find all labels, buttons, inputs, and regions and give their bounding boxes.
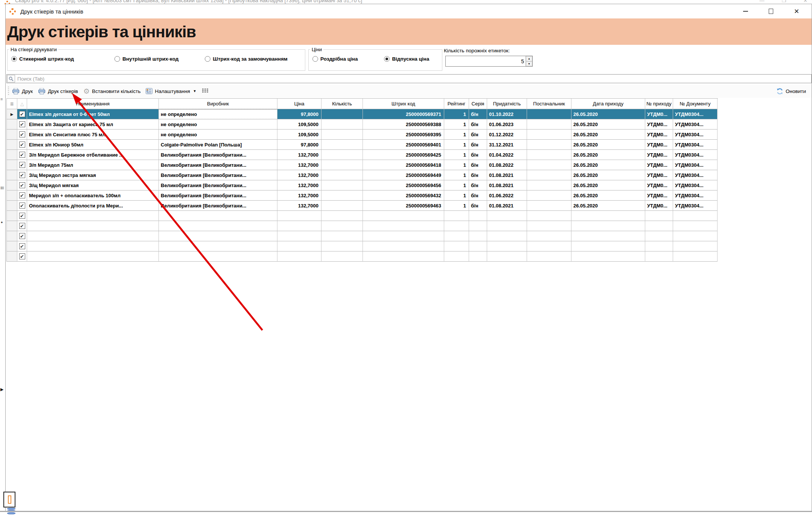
row-checkbox[interactable]: ✔ [19, 192, 25, 198]
table-empty-row[interactable]: ✔ [7, 211, 718, 221]
refresh-button[interactable]: Оновити [774, 86, 809, 96]
row-checkbox[interactable]: ✔ [19, 253, 25, 259]
column-header-rating[interactable]: Рейтинг [444, 99, 469, 109]
radio-internal-barcode[interactable]: Внутрішній штрих-код [114, 56, 178, 62]
table-row[interactable]: ✔З/щ Меридол мягкаяВеликобритания [Велик… [7, 180, 718, 190]
background-window-divider [0, 511, 812, 512]
cell-barcode: 2500000569418 [363, 160, 444, 170]
table-empty-row[interactable]: ✔ [7, 221, 718, 231]
table-empty-row[interactable]: ✔ [7, 231, 718, 241]
cell-supplier [527, 170, 571, 180]
column-header-doc_no[interactable]: № Документу [673, 99, 718, 109]
table-row[interactable]: ✔З/п Меридол 75млВеликобритания [Великоб… [7, 160, 718, 170]
radio-label: Внутрішній штрих-код [122, 56, 178, 62]
radio-default-barcode[interactable]: Штрих-код за замовчуванням [205, 56, 288, 62]
close-button[interactable]: ✕ [784, 5, 809, 18]
empty-labels-spinner[interactable]: 5 ▲ ▼ [445, 56, 533, 67]
table-row[interactable]: ✔Ополаскиватель д/полости рта Мери...Вел… [7, 201, 718, 211]
column-header-barcode[interactable]: Штрих код [363, 99, 444, 109]
cell-series: б/н [469, 119, 487, 130]
cell-expiry: 01.10.2022 [487, 109, 527, 119]
row-checkbox[interactable]: ✔ [19, 172, 25, 178]
cell-manufacturer: Великобритания [Великобритани... [159, 150, 277, 160]
minimize-button[interactable] [733, 5, 758, 18]
radio-retail-price[interactable]: Роздрібна ціна [312, 56, 358, 62]
search-placeholder: Поиск (Tab) [17, 76, 44, 82]
printer-icon [12, 88, 20, 94]
column-header-name[interactable]: Наименування [27, 99, 159, 109]
dock-grip-icon[interactable]: ≣ [0, 186, 5, 190]
row-checkbox[interactable]: ✔ [19, 162, 25, 168]
settings-button-label: Налаштування [155, 88, 190, 94]
row-checkbox[interactable]: ✔ [19, 213, 25, 219]
empty-labels-caption: Кількість порожніх етикеток: [444, 48, 510, 53]
table-empty-row[interactable]: ✔ [7, 251, 718, 262]
row-checkbox[interactable]: ✔ [19, 203, 25, 209]
cell-check: ✔ [17, 170, 27, 180]
table-row[interactable]: ✔Elmex з/п Защита от кариеса 75 млне опр… [7, 119, 718, 130]
columns-button[interactable] [199, 87, 211, 96]
table-empty-row[interactable]: ✔ [7, 241, 718, 251]
cell-barcode: 2500000569432 [363, 190, 444, 201]
column-header-price[interactable]: Ціна [277, 99, 321, 109]
maximize-button[interactable] [758, 5, 784, 18]
cell-name: З/щ Меридол экстра мягкая [27, 170, 159, 180]
spin-down-button[interactable]: ▼ [526, 61, 532, 67]
search-bar[interactable]: Поиск (Tab) [6, 74, 812, 83]
cell-rating [444, 251, 469, 262]
table-row[interactable]: ✔Elmex з/п Сенситив плюс 75 млне определ… [7, 130, 718, 140]
cell-price: 132,7000 [277, 150, 321, 160]
dock-expand-icon[interactable]: ▶ [0, 387, 3, 392]
grid-grip-icon: ≣ [10, 101, 14, 107]
column-header-supplier[interactable]: Постачальник [527, 99, 571, 109]
cell-barcode: 2500000569456 [363, 180, 444, 190]
column-header-indicator[interactable]: ≣ [7, 99, 17, 109]
column-header-series[interactable]: Серія [469, 99, 487, 109]
row-checkbox[interactable]: ✔ [19, 152, 25, 158]
toolbar: Друк Друк стікерів ⚙ Встановити кількіст… [6, 84, 812, 98]
row-checkbox[interactable]: ✔ [19, 111, 25, 117]
table-row[interactable]: ✔З/п Меридол Бережное отбеливание ...Вел… [7, 150, 718, 160]
row-checkbox[interactable]: ✔ [19, 121, 25, 127]
cell-rating: 1 [444, 140, 469, 150]
dock-pin-icon[interactable]: ✦ [0, 221, 3, 224]
dock-handle-icon[interactable]: ≡ [0, 97, 3, 101]
column-header-expiry[interactable]: Придатність [487, 99, 527, 109]
column-header-check[interactable]: △ [17, 99, 27, 109]
row-checkbox[interactable]: ✔ [19, 182, 25, 188]
cell-manufacturer: не определено [159, 109, 277, 119]
set-quantity-button[interactable]: ⚙ Встановити кількість [81, 86, 143, 96]
print-stickers-button[interactable]: Друк стікерів [35, 87, 81, 96]
cell-barcode [363, 211, 444, 221]
cell-indicator [7, 130, 17, 140]
cell-name: З/п Меридол 75мл [27, 160, 159, 170]
column-header-qty[interactable]: Кількість [321, 99, 363, 109]
cell-supplier [527, 190, 571, 201]
set-quantity-button-label: Встановити кількість [92, 88, 140, 94]
spin-up-button[interactable]: ▲ [526, 56, 532, 61]
cell-check: ✔ [17, 221, 27, 231]
cell-qty [321, 241, 363, 251]
row-checkbox[interactable]: ✔ [19, 142, 25, 148]
row-checkbox[interactable]: ✔ [19, 131, 25, 137]
settings-button[interactable]: Налаштування ▼ [143, 87, 199, 96]
cell-barcode [363, 241, 444, 251]
row-checkbox[interactable]: ✔ [19, 233, 25, 239]
table-row[interactable]: ✔Меридол з/п + ополаскиватель 100млВелик… [7, 190, 718, 201]
table-row[interactable]: ▶✔Elmex з/п детская от 0-6 лет 50млне оп… [7, 109, 718, 119]
radio-release-price[interactable]: Відпускна ціна [384, 56, 429, 62]
radio-sticker-barcode[interactable]: Стикерний штрих-код [11, 56, 74, 62]
row-checkbox[interactable]: ✔ [19, 223, 25, 229]
cell-price: 132,7000 [277, 180, 321, 190]
print-button[interactable]: Друк [9, 87, 35, 96]
column-header-arrival_date[interactable]: Дата приходу [571, 99, 645, 109]
column-header-manufacturer[interactable]: Виробник [159, 99, 277, 109]
row-checkbox[interactable]: ✔ [19, 243, 25, 249]
column-header-arrival_no[interactable]: № приходу [645, 99, 673, 109]
cell-name [27, 221, 159, 231]
cell-manufacturer: Великобритания [Великобритани... [159, 190, 277, 201]
cell-indicator [7, 201, 17, 211]
table-row[interactable]: ✔З/щ Меридол экстра мягкаяВеликобритания… [7, 170, 718, 180]
cell-barcode: 2500000569463 [363, 201, 444, 211]
table-row[interactable]: ✔Elmex з/п Юниор 50млColgate-Palmolive P… [7, 140, 718, 150]
